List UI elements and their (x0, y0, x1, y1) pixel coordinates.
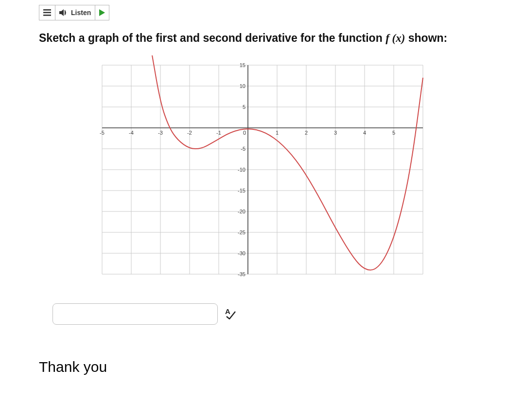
reader-toolbar: Listen (39, 5, 109, 20)
answer-input[interactable] (52, 303, 218, 325)
svg-text:A: A (225, 307, 230, 315)
svg-marker-4 (99, 9, 105, 16)
question-prefix: Sketch a graph of the first and second d… (39, 32, 385, 44)
svg-rect-2 (43, 15, 51, 16)
listen-button[interactable]: Listen (55, 5, 95, 20)
menu-button[interactable] (39, 5, 55, 20)
svg-text:3: 3 (334, 130, 337, 136)
play-button[interactable] (95, 5, 109, 20)
svg-text:-4: -4 (129, 130, 134, 136)
svg-rect-0 (43, 9, 51, 11)
svg-text:-3: -3 (158, 130, 163, 136)
svg-text:-20: -20 (238, 209, 245, 214)
svg-text:-5: -5 (241, 146, 245, 152)
svg-text:-1: -1 (216, 130, 221, 136)
svg-text:-25: -25 (238, 229, 245, 235)
function-graph: -5-4-3-2-101234515105-5-10-15-20-25-30-3… (92, 55, 433, 284)
listen-label: Listen (71, 9, 91, 17)
hamburger-icon (43, 9, 51, 16)
svg-text:-15: -15 (238, 188, 245, 193)
svg-text:5: 5 (243, 104, 245, 110)
question-fn: f (x) (385, 32, 405, 44)
svg-rect-1 (43, 12, 51, 14)
svg-text:-10: -10 (238, 167, 245, 173)
svg-text:15: 15 (240, 62, 245, 68)
svg-marker-3 (59, 9, 64, 16)
svg-text:2: 2 (305, 130, 308, 136)
svg-text:-5: -5 (100, 130, 105, 136)
speaker-icon (59, 9, 68, 17)
svg-text:0: 0 (243, 130, 246, 136)
svg-text:5: 5 (392, 130, 395, 136)
question-text: Sketch a graph of the first and second d… (39, 31, 486, 46)
svg-text:4: 4 (363, 130, 366, 136)
svg-text:10: 10 (240, 83, 245, 89)
svg-text:1: 1 (276, 130, 279, 136)
play-icon (99, 9, 105, 16)
svg-text:-30: -30 (238, 250, 245, 256)
question-suffix: shown: (405, 32, 447, 44)
svg-text:-2: -2 (187, 130, 192, 136)
spellcheck-button[interactable]: A (224, 307, 236, 321)
svg-text:-35: -35 (238, 271, 245, 277)
spellcheck-icon: A (224, 307, 236, 319)
thank-you-text: Thank you (39, 359, 486, 375)
